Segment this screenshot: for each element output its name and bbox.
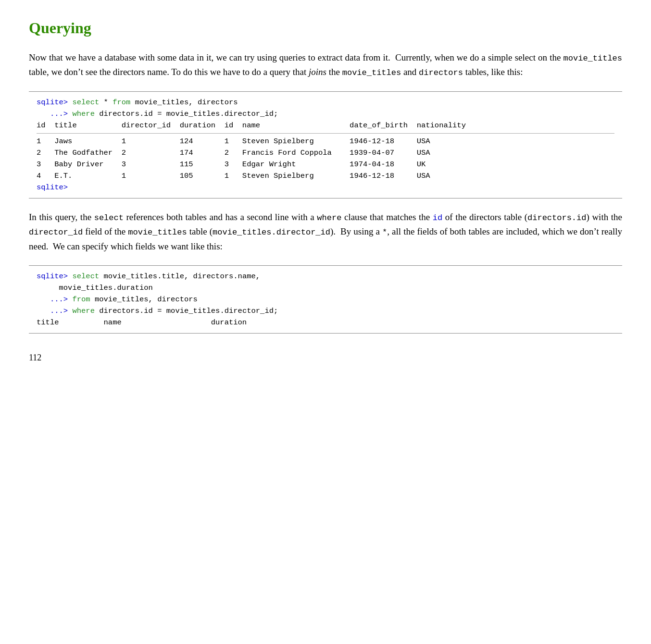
code-line-row3: 3 Baby Driver 3 115 3 Edgar Wright 1974-… [37,159,614,170]
paragraph-1: Now that we have a database with some da… [29,50,622,80]
inline-code-select-1: select [94,213,124,223]
code-line-2-1: sqlite> select movie_titles.title, direc… [37,271,614,282]
code-line-2-2: movie_titles.duration [37,282,614,294]
code-block-1: sqlite> select * from movie_titles, dire… [29,91,622,198]
inline-italic-joins: joins [309,67,326,77]
code-line-2-3: ...> from movie_titles, directors [37,294,614,305]
kw-where-1: where [72,110,95,118]
code-line-1: sqlite> select * from movie_titles, dire… [37,97,614,108]
code-line-2-4: ...> where directors.id = movie_titles.d… [37,305,614,317]
code-block-2: sqlite> select movie_titles.title, direc… [29,265,622,334]
inline-code-directors-id: directors.id [527,213,586,223]
kw-from-2: from [72,295,90,304]
kw-where-2: where [72,307,95,315]
code-line-row1: 1 Jaws 1 124 1 Steven Spielberg 1946-12-… [37,136,614,147]
inline-code-movie-titles-3: movie_titles [128,228,187,237]
kw-cont-2: ...> [50,295,68,304]
inline-code-star: * [382,228,387,237]
inline-code-director-id: director_id [29,228,83,237]
code-line-row4: 4 E.T. 1 105 1 Steven Spielberg 1946-12-… [37,170,614,182]
code-line-header: id title director_id duration id name da… [37,120,614,131]
page-title: Querying [29,19,622,37]
kw-select-2: select [72,272,99,281]
kw-from-1: from [113,98,130,107]
code-line-2-header: title name duration [37,317,614,328]
kw-sqlite-1: sqlite> [37,98,68,107]
code-line-row2: 2 The Godfather 2 174 2 Francis Ford Cop… [37,147,614,159]
paragraph-2: In this query, the select references bot… [29,210,622,254]
kw-cont-1: ...> [50,110,68,118]
separator-1 [37,133,614,134]
kw-cont-3: ...> [50,307,68,315]
inline-code-movie-titles-1: movie_titles [563,54,622,63]
code-line-prompt: sqlite> [37,182,614,193]
page-number: 112 [29,353,622,363]
inline-code-directors-1: directors [419,68,463,77]
inline-code-movie-titles-director-id: movie_titles.director_id [213,228,330,237]
inline-code-where-1: where [317,213,341,223]
kw-sqlite-2: sqlite> [37,272,68,281]
inline-code-id-1: id [433,213,442,223]
inline-code-movie-titles-2: movie_titles [342,68,401,77]
kw-sqlite-end-1: sqlite> [37,183,68,192]
kw-select-1: select [72,98,99,107]
code-line-2: ...> where directors.id = movie_titles.d… [37,108,614,120]
